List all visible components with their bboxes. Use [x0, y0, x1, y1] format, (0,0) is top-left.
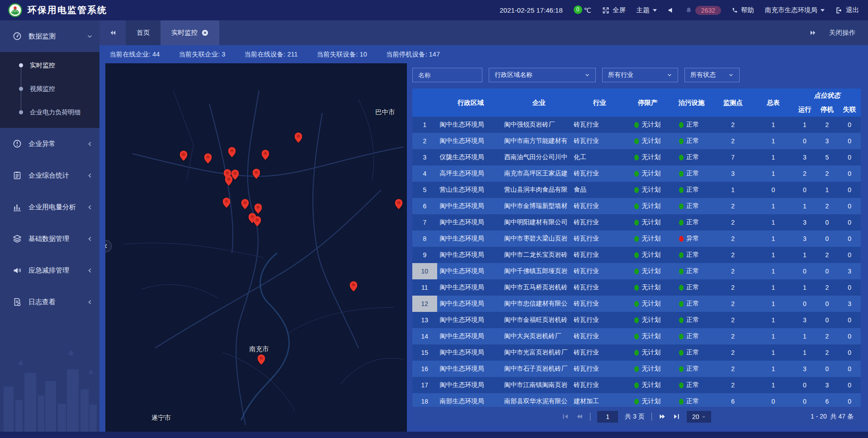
map-pin[interactable]	[225, 175, 233, 186]
table-row[interactable]: 17阆中生态环境局阆中市江南镇阆南页岩砖瓦行业无计划正常21030	[412, 377, 861, 393]
speaker-icon[interactable]	[668, 7, 675, 14]
sidebar-item[interactable]: 企业异常	[0, 128, 99, 160]
map-pin[interactable]	[257, 354, 265, 365]
cell-stop: 6	[816, 393, 839, 407]
sidebar-item[interactable]: 企业用电量分析	[0, 191, 99, 223]
table-row[interactable]: 11阆中生态环境局阆中市五马桥页岩机砖砖瓦行业无计划正常21120	[412, 279, 861, 296]
map-pin[interactable]	[228, 147, 236, 157]
table-row[interactable]: 4高坪生态环境局南充市高坪区王家店建砖瓦行业无计划正常31220	[412, 165, 861, 182]
cell-industry: 砖瓦行业	[574, 263, 625, 279]
name-filter-input[interactable]	[412, 68, 482, 82]
org-menu-button[interactable]: 南充市生态环境局	[765, 6, 825, 14]
table-row[interactable]: 9阆中生态环境局阆中市二龙长宝页岩砖砖瓦行业无计划正常21120	[412, 247, 861, 263]
map-pin[interactable]	[261, 150, 269, 160]
page-number-input[interactable]	[597, 411, 618, 423]
map-pin[interactable]	[252, 169, 260, 179]
cell-company: 阆中市金福旺页岩机砖	[504, 312, 574, 328]
row-index: 16	[412, 361, 437, 377]
cell-limit: 无计划	[625, 165, 670, 182]
org-label: 南充市生态环境局	[765, 6, 817, 14]
stat-value: 44	[152, 51, 160, 58]
cell-meters: 1	[753, 214, 793, 231]
tab-realtime-monitor[interactable]: 实时监控	[160, 20, 219, 45]
cell-facility: 正常	[670, 182, 712, 198]
map-panel[interactable]: 巴中市南充市遂宁市	[105, 63, 407, 432]
table-row[interactable]: 3仪陇生态环境局西南油气田分公司川中化工无计划正常71350	[412, 149, 861, 165]
cell-lost: 0	[838, 393, 861, 407]
next-page-button[interactable]	[659, 414, 666, 419]
status-filter-select[interactable]: 所有状态	[684, 68, 740, 82]
table-row[interactable]: 1阆中生态环境局阆中强锐页岩砖厂砖瓦行业无计划正常21120	[412, 117, 861, 133]
tab-home[interactable]: 首页	[126, 20, 160, 45]
status-text: 无计划	[642, 349, 660, 357]
map-pin[interactable]	[241, 199, 249, 209]
table-row[interactable]: 15阆中生态环境局阆中市光富页岩机砖厂砖瓦行业无计划正常21120	[412, 344, 861, 361]
table-row[interactable]: 12阆中生态环境局阆中市忠信建材有限公砖瓦行业无计划正常21003	[412, 296, 861, 312]
datetime: 2021-02-25 17:46:18	[500, 6, 562, 14]
status-dot-icon	[679, 382, 684, 388]
sidebar-item-label: 企业用电量分析	[28, 203, 76, 212]
cell-facility: 正常	[670, 393, 712, 407]
map-pin[interactable]	[254, 203, 262, 214]
sidebar-subitem[interactable]: 视频监控	[0, 77, 99, 101]
sidebar-subitem-label: 企业电力负荷明细	[30, 108, 80, 117]
map-pin[interactable]	[395, 199, 402, 209]
logout-button[interactable]: 退出	[835, 6, 859, 14]
first-page-button[interactable]	[562, 414, 569, 419]
sidebar-item[interactable]: 数据监测	[0, 20, 99, 52]
fullscreen-button[interactable]: 全屏	[602, 6, 626, 14]
map-pin[interactable]	[253, 216, 261, 226]
table-row[interactable]: 14阆中生态环境局阆中大兴页岩机砖厂砖瓦行业无计划正常21120	[412, 328, 861, 344]
table-row[interactable]: 18南部生态环境局南部县双华水泥有限公建材加工无计划正常60060	[412, 393, 861, 407]
map-pin[interactable]	[223, 198, 231, 208]
industry-filter-select[interactable]: 所有行业	[602, 68, 678, 82]
theme-button[interactable]: 主题	[637, 6, 657, 14]
table-row[interactable]: 7阆中生态环境局阆中明阳建材有限公司砖瓦行业无计划正常21300	[412, 214, 861, 231]
bar-icon	[13, 203, 22, 212]
row-index: 2	[412, 133, 437, 149]
sidebar-item[interactable]: 日志查看	[0, 286, 99, 318]
stat-item: 当前失联企业: 3	[179, 50, 225, 59]
close-icon[interactable]	[202, 29, 208, 36]
tabs-scroll-left-button[interactable]	[99, 20, 126, 45]
tab-label: 实时监控	[171, 28, 198, 37]
double-chevron-right-icon[interactable]	[810, 30, 816, 36]
sidebar-item[interactable]: 应急减排管理	[0, 254, 99, 286]
map-pin[interactable]	[204, 153, 212, 164]
help-button[interactable]: 帮助	[732, 6, 754, 14]
sidebar-submenu: 实时监控视频监控企业电力负荷明细	[0, 52, 99, 128]
page-size-select[interactable]: 20	[687, 411, 711, 423]
cell-bureau: 阆中生态环境局	[437, 214, 505, 231]
sidebar-subitem[interactable]: 实时监控	[0, 54, 99, 77]
cell-industry: 砖瓦行业	[574, 214, 625, 231]
table-row[interactable]: 8阆中生态环境局阆中市枣碧大梁山页岩砖瓦行业无计划异常21300	[412, 231, 861, 247]
sidebar-item[interactable]: 企业综合统计	[0, 160, 99, 191]
last-page-button[interactable]	[673, 414, 680, 419]
notifications[interactable]: 2632	[685, 6, 721, 15]
stat-label: 当前停机设备	[386, 51, 425, 58]
cell-facility: 正常	[670, 198, 712, 214]
col-industry: 行业	[574, 89, 625, 117]
cell-run: 0	[793, 133, 816, 149]
sidebar-item-label: 日志查看	[28, 298, 56, 306]
map-pin[interactable]	[180, 151, 188, 161]
cell-stop: 0	[816, 312, 839, 328]
map-pin[interactable]	[294, 132, 302, 143]
col-run: 运行	[793, 102, 816, 117]
cell-run: 0	[793, 263, 816, 279]
region-filter-select[interactable]: 行政区域名称	[489, 68, 596, 82]
table-row[interactable]: 5营山生态环境局营山县润丰肉食品有限食品无计划正常10010	[412, 182, 861, 198]
table-row[interactable]: 13阆中生态环境局阆中市金福旺页岩机砖砖瓦行业无计划正常21300	[412, 312, 861, 328]
row-index: 3	[412, 149, 437, 165]
table-row[interactable]: 6阆中生态环境局阆中市金博瑞新型墙材砖瓦行业无计划正常21120	[412, 198, 861, 214]
table-row[interactable]: 16阆中生态环境局阆中市石子页岩机砖厂砖瓦行业无计划正常21300	[412, 361, 861, 377]
table-row[interactable]: 2阆中生态环境局阆中市南方节能建材有砖瓦行业无计划正常21030	[412, 133, 861, 149]
sidebar-item[interactable]: 基础数据管理	[0, 223, 99, 254]
chevron-left-icon	[87, 173, 92, 178]
map-pin[interactable]	[349, 281, 357, 292]
sidebar-subitem[interactable]: 企业电力负荷明细	[0, 101, 99, 124]
prev-page-button[interactable]	[576, 414, 583, 419]
close-operations-button[interactable]: 关闭操作	[829, 28, 855, 37]
cell-lost: 0	[838, 214, 861, 231]
table-row[interactable]: 10阆中生态环境局阆中千佛镇五郎垭页岩砖瓦行业无计划正常21003	[412, 263, 861, 279]
